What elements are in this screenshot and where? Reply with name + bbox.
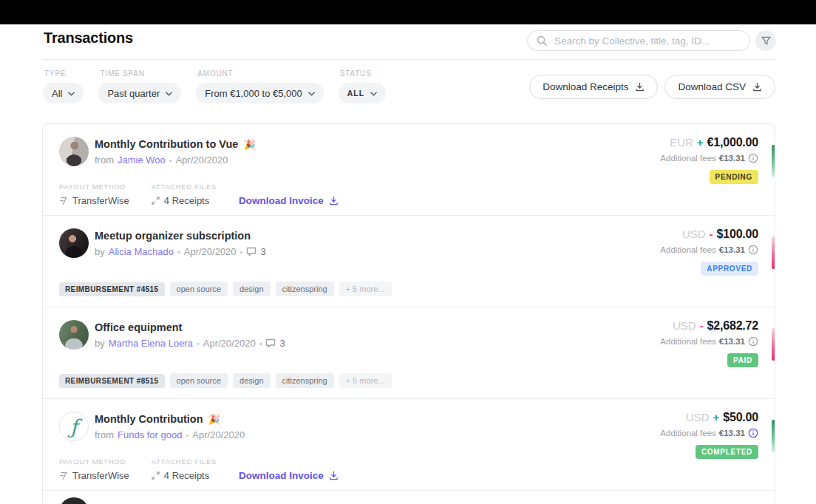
avatar[interactable] (59, 320, 89, 350)
card-footer: PAYOUT METHOD TransferWise ATTACHED FILE… (59, 457, 339, 481)
transaction-kind-indicator (772, 420, 775, 452)
tags-row: REIMBURSEMENT #8515 open source design c… (59, 373, 392, 388)
page-title: Transactions (44, 30, 133, 47)
currency-code: USD (673, 319, 696, 332)
info-icon[interactable] (748, 153, 758, 163)
fees-value: €13.31 (719, 245, 745, 254)
download-invoice-label: Download Invoice (239, 195, 324, 206)
card-footer: PAYOUT METHOD TransferWise ATTACHED FILE… (59, 183, 339, 206)
transaction-title: Meetup organizer subscription (95, 230, 251, 242)
comments-indicator: • 3 (240, 246, 266, 257)
transaction-title: Monthly Contribution (95, 413, 203, 425)
tag[interactable]: + 5 more... (339, 373, 392, 388)
download-button[interactable]: Download CSV (664, 75, 775, 99)
download-icon (329, 196, 339, 205)
avatar[interactable] (59, 228, 89, 258)
transaction-card[interactable]: ƒ Monthly Contribution 🎉 from Funds for … (43, 399, 775, 491)
tag[interactable]: REIMBURSEMENT #8515 (59, 374, 165, 388)
currency-code: USD (686, 411, 710, 423)
fees-label: Additional fees (660, 245, 715, 254)
attached-files-value[interactable]: 4 Receipts (164, 470, 209, 481)
download-invoice-link[interactable]: Download Invoice (239, 195, 339, 206)
funds-for-good-logo-icon: ƒ (70, 417, 78, 437)
fees-value: €13.31 (719, 429, 745, 437)
tag[interactable]: citizenspring (276, 373, 334, 388)
download-button[interactable]: Download Receipts (529, 75, 658, 99)
fees-value: €13.31 (719, 337, 745, 346)
filter-dropdown[interactable]: All (43, 83, 84, 103)
top-black-bar (0, 0, 816, 24)
chevron-down-icon (308, 92, 315, 96)
comment-icon (265, 338, 276, 348)
tag[interactable]: design (233, 282, 270, 296)
expand-receipts-icon (152, 471, 160, 480)
transferwise-icon (59, 197, 68, 205)
tags-row: REIMBURSEMENT #4515 open source design c… (59, 282, 392, 296)
actor-link[interactable]: Martha Elena Loera (109, 338, 193, 349)
header-divider (42, 59, 775, 60)
chevron-down-icon (68, 92, 75, 96)
info-icon[interactable] (748, 428, 758, 438)
tag[interactable]: open source (170, 373, 228, 388)
avatar[interactable]: ƒ (59, 412, 89, 441)
transaction-card[interactable]: Monthly Contribution to Vue 🎉 from Jamie… (43, 124, 775, 216)
transaction-date: Apr/20/2020 (192, 429, 245, 440)
transaction-byline: from Funds for good • Apr/20/2020 (95, 429, 245, 440)
download-button-label: Download CSV (678, 81, 746, 92)
transaction-date: Apr/20/2020 (176, 154, 228, 166)
transaction-title: Monthly Contribution to Vue (95, 138, 238, 150)
bullet-separator: • (177, 248, 180, 256)
filter-value: ALL (347, 89, 364, 98)
filter-button[interactable] (755, 30, 776, 51)
filter-dropdown[interactable]: ALL (339, 83, 386, 103)
byline-prefix: from (95, 154, 114, 166)
fees-label: Additional fees (660, 154, 715, 163)
attached-files-value[interactable]: 4 Receipts (164, 195, 209, 206)
status-badge: PENDING (710, 170, 758, 184)
fees-label: Additional fees (660, 429, 715, 437)
actor-link[interactable]: Jamie Woo (118, 154, 166, 166)
avatar[interactable] (59, 497, 89, 504)
filter-dropdown[interactable]: From €1,000 to €5,000 (196, 83, 324, 103)
filter-bar: TYPE All TIME SPAN Past quarter AMOUNT F… (43, 69, 386, 103)
filter-label: STATUS (340, 69, 386, 78)
search-icon (537, 35, 547, 46)
byline-prefix: from (95, 429, 114, 440)
transferwise-icon (59, 471, 68, 480)
amount-line: EUR + €1,000.00 (660, 136, 758, 149)
download-invoice-link[interactable]: Download Invoice (239, 470, 339, 481)
info-icon[interactable] (748, 336, 758, 347)
amount-sign: - (700, 319, 704, 332)
transaction-byline: from Jamie Woo • Apr/20/2020 (95, 154, 256, 166)
bullet-separator: • (259, 339, 262, 348)
transaction-card[interactable]: Office equipment by Martha Elena Loera •… (43, 307, 775, 399)
transaction-card[interactable] (43, 491, 775, 504)
search-input[interactable] (553, 35, 741, 47)
byline-prefix: by (95, 246, 105, 257)
tag[interactable]: + 5 more... (339, 282, 392, 296)
transaction-title: Office equipment (95, 321, 182, 333)
tag[interactable]: REIMBURSEMENT #4515 (59, 282, 165, 296)
search-box[interactable] (527, 30, 750, 51)
filter-label: AMOUNT (197, 69, 324, 78)
amount-line: USD + $50.00 (660, 411, 758, 424)
filter-group: TIME SPAN Past quarter (98, 69, 181, 103)
download-icon (329, 471, 339, 480)
expand-receipts-icon (152, 197, 160, 205)
transaction-card[interactable]: Meetup organizer subscription by Alicia … (43, 216, 775, 307)
party-popper-icon: 🎉 (208, 414, 220, 425)
amount-line: USD - $100.00 (660, 228, 758, 241)
filter-dropdown[interactable]: Past quarter (98, 83, 181, 103)
payout-method-value: TransferWise (72, 470, 129, 481)
actor-link[interactable]: Alicia Machado (109, 246, 174, 257)
actor-link[interactable]: Funds for good (118, 429, 182, 440)
amount-sign: + (697, 136, 704, 149)
tag[interactable]: design (233, 373, 270, 388)
tag[interactable]: open source (170, 282, 228, 296)
bullet-separator: • (197, 339, 200, 348)
transaction-byline: by Martha Elena Loera • Apr/20/2020 • 3 (95, 338, 285, 349)
tag[interactable]: citizenspring (276, 282, 334, 296)
payout-method-label: PAYOUT METHOD (59, 457, 129, 466)
info-icon[interactable] (748, 245, 758, 255)
avatar[interactable] (59, 137, 89, 166)
